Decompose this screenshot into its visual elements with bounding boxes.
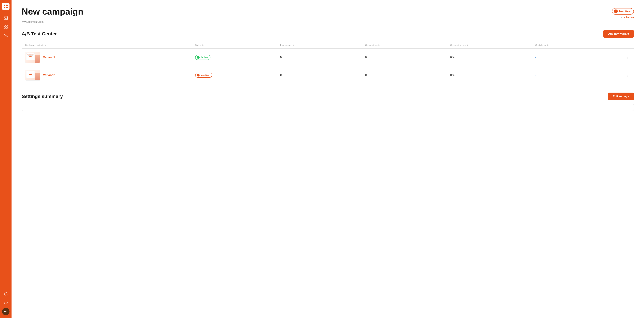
add-variant-button[interactable]: Add new variant [603, 30, 634, 38]
sort-icon-challenger[interactable]: ⇅ [45, 44, 46, 46]
svg-rect-6 [6, 25, 8, 26]
variant-status-inactive[interactable]: Inactive [195, 73, 212, 78]
sidebar-item-analytics[interactable] [2, 14, 10, 22]
schedule-row: or, Schedule [620, 16, 634, 19]
edit-settings-button[interactable]: Edit settings [608, 93, 634, 100]
dot-red-2 [197, 74, 200, 76]
table-row: Want to win a GIFT! Win amazing prizes E… [22, 66, 634, 84]
confidence-cell-1: - [535, 56, 620, 59]
row-menu-2[interactable]: ⋮ [624, 72, 630, 78]
svg-rect-8 [6, 27, 8, 28]
main-content: New campaign Inactive or, Schedule www.o… [12, 0, 644, 318]
schedule-prefix: or, [620, 16, 622, 19]
thumbnail-popup-2: Want to win a GIFT! Win amazing prizes E… [26, 71, 35, 78]
table-row: Want to win a GIFT! Win amazing prizes E… [22, 48, 634, 66]
variant-thumbnail-2: Want to win a GIFT! Win amazing prizes E… [25, 70, 40, 80]
sort-icon-confidence[interactable]: ⇅ [547, 44, 548, 46]
svg-rect-3 [6, 7, 8, 8]
campaign-status-badge[interactable]: Inactive [612, 8, 634, 14]
col-status: Status ⇅ [195, 44, 280, 46]
sort-icon-conversions[interactable]: ⇅ [378, 44, 380, 46]
col-challenger-variants: Challenger variants ⇅ [25, 44, 195, 46]
variant-name-2[interactable]: Variant 2 [43, 73, 55, 77]
status-area: Inactive or, Schedule [612, 7, 634, 19]
conversion-rate-cell-1: 0 % [450, 56, 535, 59]
col-impressions: Impressions ⇅ [280, 44, 365, 46]
variant-thumbnail-1: Want to win a GIFT! Win amazing prizes E… [25, 52, 40, 63]
variant-name-1[interactable]: Variant 1 [43, 56, 55, 59]
settings-header: Settings summary Edit settings [22, 93, 634, 100]
thumbnail-person-2 [35, 73, 40, 80]
user-avatar[interactable]: NL [2, 308, 10, 315]
variant-cell-1: Want to win a GIFT! Win amazing prizes E… [25, 52, 195, 63]
sidebar-item-notifications[interactable] [2, 290, 10, 298]
sidebar-item-code[interactable] [2, 299, 10, 307]
sidebar-item-users[interactable] [2, 32, 10, 39]
sidebar: NL [0, 0, 12, 318]
svg-rect-0 [4, 4, 6, 6]
impressions-cell-1: 0 [280, 56, 365, 59]
page-header: New campaign Inactive or, Schedule [22, 7, 634, 19]
svg-point-9 [4, 34, 6, 35]
ab-test-section-header: A/B Test Center Add new variant [22, 30, 634, 38]
col-actions [620, 44, 630, 46]
status-cell-1: Active [195, 55, 280, 60]
table-header: Challenger variants ⇅ Status ⇅ Impressio… [22, 42, 634, 48]
dot-green-1 [197, 56, 200, 59]
sort-icon-conversion-rate[interactable]: ⇅ [466, 44, 468, 46]
sort-icon-impressions[interactable]: ⇅ [293, 44, 294, 46]
col-confidence: Confidence ⇅ [535, 44, 620, 46]
settings-section: Settings summary Edit settings [22, 93, 634, 111]
svg-rect-1 [6, 4, 8, 6]
settings-title: Settings summary [22, 94, 63, 99]
variant-status-active[interactable]: Active [195, 55, 210, 60]
col-conversion-rate: Conversion rate ⇅ [450, 44, 535, 46]
thumbnail-inner-1: Want to win a GIFT! Win amazing prizes E… [25, 52, 40, 63]
sidebar-logo[interactable] [2, 3, 10, 10]
schedule-link[interactable]: Schedule [623, 16, 634, 19]
confidence-cell-2: - [535, 74, 620, 77]
conversion-rate-cell-2: 0 % [450, 74, 535, 77]
campaign-status-label: Inactive [619, 10, 630, 13]
thumbnail-person-1 [35, 55, 40, 63]
status-dot-red [614, 9, 618, 13]
svg-rect-2 [4, 7, 6, 8]
sort-icon-status[interactable]: ⇅ [202, 44, 204, 46]
conversions-cell-1: 0 [365, 56, 450, 59]
status-cell-2: Inactive [195, 73, 280, 78]
impressions-cell-2: 0 [280, 74, 365, 77]
ab-test-title: A/B Test Center [22, 31, 57, 36]
thumbnail-popup-1: Want to win a GIFT! Win amazing prizes E… [26, 53, 35, 60]
svg-rect-5 [4, 25, 6, 26]
variant-cell-2: Want to win a GIFT! Win amazing prizes E… [25, 70, 195, 80]
sidebar-item-campaigns[interactable] [2, 23, 10, 30]
row-menu-1[interactable]: ⋮ [624, 54, 630, 60]
inactive-label: Inactive [200, 74, 210, 76]
page-title: New campaign [22, 7, 83, 16]
actions-cell-2: ⋮ [620, 72, 630, 78]
settings-box [22, 104, 634, 111]
thumbnail-inner-2: Want to win a GIFT! Win amazing prizes E… [25, 70, 40, 80]
active-label: Active [200, 56, 208, 59]
conversions-cell-2: 0 [365, 74, 450, 77]
actions-cell-1: ⋮ [620, 54, 630, 60]
svg-rect-7 [4, 27, 6, 28]
col-conversions: Conversions ⇅ [365, 44, 450, 46]
campaign-domain: www.optimonk.com [22, 20, 634, 23]
